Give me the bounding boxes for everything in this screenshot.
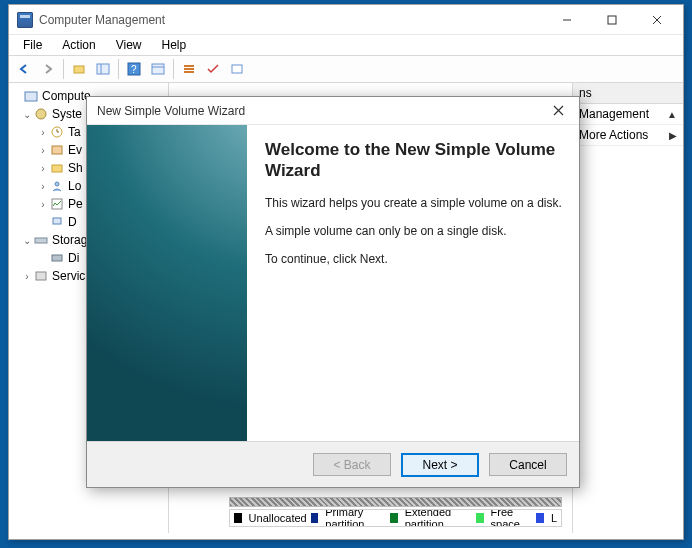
swatch-primary [311,513,319,523]
expand-icon[interactable]: › [37,127,49,138]
disk-strip [229,497,562,507]
wizard-close-button[interactable] [543,99,573,123]
maximize-button[interactable] [589,6,634,34]
menu-file[interactable]: File [15,37,50,53]
back-icon[interactable] [13,58,35,80]
menu-help[interactable]: Help [154,37,195,53]
svg-point-13 [36,109,46,119]
titlebar[interactable]: Computer Management [9,5,683,35]
svg-rect-0 [608,16,616,24]
svg-rect-21 [52,255,62,261]
actions-more[interactable]: More Actions▶ [573,125,683,146]
swatch-free [476,513,484,523]
wizard-footer: < Back Next > Cancel [87,441,579,487]
svg-rect-20 [35,238,47,243]
panel-icon[interactable] [92,58,114,80]
cancel-button[interactable]: Cancel [489,453,567,476]
swatch-logical [536,513,544,523]
swatch-extended [390,513,398,523]
svg-rect-15 [52,146,62,154]
svg-rect-6 [152,64,164,74]
svg-rect-2 [97,64,109,74]
check-icon[interactable] [202,58,224,80]
svg-rect-22 [36,272,46,280]
wizard-paragraph-1: This wizard helps you create a simple vo… [265,196,563,210]
app-icon [17,12,33,28]
window-title: Computer Management [39,13,544,27]
svg-rect-12 [25,92,37,101]
props-icon[interactable] [226,58,248,80]
list-icon[interactable] [178,58,200,80]
wizard-title: New Simple Volume Wizard [97,104,543,118]
forward-icon[interactable] [37,58,59,80]
collapse-icon[interactable]: ⌄ [21,109,33,120]
wizard-content: Welcome to the New Simple Volume Wizard … [247,125,579,441]
actions-pane: ns Management▲ More Actions▶ [573,83,683,533]
minimize-button[interactable] [544,6,589,34]
svg-rect-16 [52,165,62,172]
menu-view[interactable]: View [108,37,150,53]
legend-bar: Unallocated Primary partition Extended p… [229,509,562,527]
chevron-up-icon: ▲ [667,109,677,120]
svg-rect-11 [232,65,242,73]
swatch-unallocated [234,513,242,523]
wizard-banner [87,125,247,441]
help-icon[interactable]: ? [123,58,145,80]
svg-point-17 [55,182,59,186]
toolbar: ? [9,55,683,83]
chevron-right-icon: ▶ [669,130,677,141]
wizard-paragraph-3: To continue, click Next. [265,252,563,266]
actions-management[interactable]: Management▲ [573,104,683,125]
view-icon[interactable] [147,58,169,80]
svg-rect-1 [74,66,84,73]
next-button[interactable]: Next > [401,453,479,477]
close-button[interactable] [634,6,679,34]
wizard-paragraph-2: A simple volume can only be on a single … [265,224,563,238]
menu-action[interactable]: Action [54,37,103,53]
svg-text:?: ? [131,64,137,75]
new-simple-volume-wizard: New Simple Volume Wizard Welcome to the … [86,96,580,488]
svg-rect-18 [52,199,62,209]
wizard-heading: Welcome to the New Simple Volume Wizard [265,139,563,182]
actions-header: ns [573,83,683,104]
menubar: File Action View Help [9,35,683,55]
back-button: < Back [313,453,391,476]
up-icon[interactable] [68,58,90,80]
wizard-titlebar[interactable]: New Simple Volume Wizard [87,97,579,125]
svg-rect-19 [53,218,61,224]
